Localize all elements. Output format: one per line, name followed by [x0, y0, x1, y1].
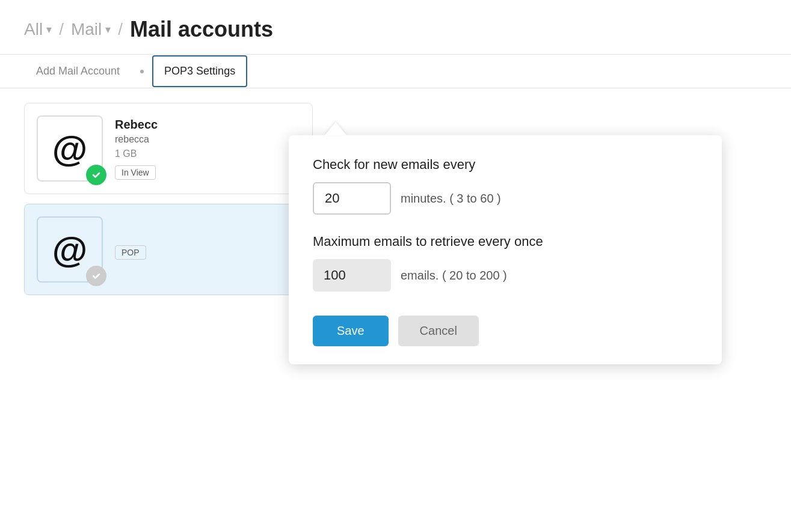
- check-interval-label: minutes. ( 3 to 60 ): [401, 192, 501, 206]
- check-interval-input[interactable]: [314, 191, 391, 206]
- account-tag-2[interactable]: POP: [115, 245, 146, 260]
- pop3-settings-popup: Check for new emails every ▲ ▼ minutes. …: [289, 135, 722, 364]
- breadcrumb-all-label: All: [24, 20, 43, 39]
- mail-chevron-icon: ▾: [105, 23, 111, 36]
- account-card-1[interactable]: @ Rebecc rebecca 1 GB In View: [24, 103, 313, 194]
- account-avatar-2: @: [37, 216, 103, 283]
- breadcrumb-mail[interactable]: Mail ▾: [71, 20, 111, 39]
- account-name-1: Rebecc: [115, 118, 300, 132]
- max-emails-row: ▲ ▼ emails. ( 20 to 200 ): [313, 259, 698, 292]
- account-info-2: POP: [115, 239, 300, 260]
- breadcrumb-all[interactable]: All ▾: [24, 20, 52, 39]
- account-tag-1[interactable]: In View: [115, 165, 156, 180]
- account-avatar-1: @: [37, 115, 103, 182]
- at-icon-1: @: [52, 128, 88, 170]
- save-button[interactable]: Save: [313, 316, 389, 346]
- account-storage-1: 1 GB: [115, 148, 300, 159]
- check-badge-inactive: [86, 266, 106, 286]
- popup-footer: Save Cancel: [313, 311, 698, 346]
- at-icon-2: @: [52, 229, 88, 271]
- tab-bar: Add Mail Account POP3 Settings: [0, 55, 791, 88]
- cancel-button[interactable]: Cancel: [398, 316, 479, 346]
- tab-separator-dot: [140, 70, 144, 73]
- check-interval-spinner[interactable]: ▲ ▼: [313, 182, 391, 215]
- check-interval-row: ▲ ▼ minutes. ( 3 to 60 ): [313, 182, 698, 215]
- page-title: Mail accounts: [130, 17, 273, 42]
- breadcrumb: All ▾ / Mail ▾ / Mail accounts: [0, 0, 791, 55]
- account-email-1: rebecca: [115, 134, 300, 145]
- popup-section-max-emails: Maximum emails to retrieve every once ▲ …: [313, 234, 698, 292]
- max-emails-title: Maximum emails to retrieve every once: [313, 234, 698, 249]
- breadcrumb-mail-label: Mail: [71, 20, 102, 39]
- accounts-list: @ Rebecc rebecca 1 GB In View @: [24, 103, 313, 305]
- popup-section-check-interval: Check for new emails every ▲ ▼ minutes. …: [313, 157, 698, 215]
- max-emails-spinner[interactable]: ▲ ▼: [313, 259, 391, 292]
- check-interval-title: Check for new emails every: [313, 157, 698, 173]
- check-badge-active: [86, 165, 106, 185]
- popup-arrow: [325, 122, 346, 135]
- breadcrumb-sep1: /: [59, 20, 64, 39]
- tab-pop3-settings[interactable]: POP3 Settings: [152, 55, 247, 87]
- account-info-1: Rebecc rebecca 1 GB In View: [115, 118, 300, 180]
- account-card-2[interactable]: @ POP: [24, 204, 313, 295]
- main-content: @ Rebecc rebecca 1 GB In View @: [0, 88, 791, 319]
- max-emails-label: emails. ( 20 to 200 ): [401, 269, 507, 283]
- max-emails-input[interactable]: [313, 268, 391, 283]
- all-chevron-icon: ▾: [46, 23, 52, 36]
- breadcrumb-sep2: /: [118, 20, 123, 39]
- tab-add-mail-account[interactable]: Add Mail Account: [24, 55, 132, 87]
